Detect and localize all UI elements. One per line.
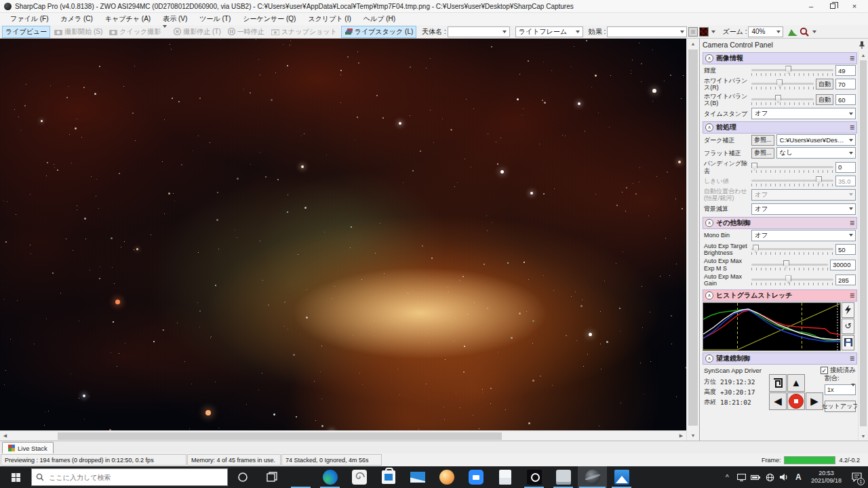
value-box[interactable]: 49 xyxy=(835,65,856,76)
setup-button[interactable]: セットアップ xyxy=(825,401,856,412)
auto-button[interactable]: 自動 xyxy=(816,94,833,105)
live-view-button[interactable]: ライブビュー xyxy=(2,26,50,38)
panel-scroll-thumb[interactable] xyxy=(860,60,867,426)
live-stack-button[interactable]: ライブスタック (L) xyxy=(341,26,417,38)
slider-輝度[interactable] xyxy=(751,65,833,76)
vertical-scrollbar[interactable]: ▲ ▼ xyxy=(686,39,698,441)
pin-icon[interactable] xyxy=(859,41,865,49)
scroll-up-icon[interactable]: ▲ xyxy=(859,51,868,60)
histogram-tool-icon[interactable] xyxy=(787,27,798,37)
dropdown-Mono Bin[interactable]: オフ xyxy=(751,230,856,241)
paint-taskbar-icon[interactable] xyxy=(432,466,461,488)
slew-left-button[interactable]: ◀ xyxy=(769,392,787,410)
section-menu-icon[interactable]: ≡ xyxy=(850,291,854,300)
capture-stop-button[interactable]: 撮影停止 (T) xyxy=(171,26,224,38)
cortana-icon[interactable] xyxy=(228,466,257,488)
section-header-その他制御[interactable]: ∧その他制御≡ xyxy=(703,217,857,229)
search-input[interactable] xyxy=(47,473,223,482)
histogram-display[interactable] xyxy=(703,302,841,351)
value-box[interactable]: 60 xyxy=(835,94,856,105)
section-menu-icon[interactable]: ≡ xyxy=(850,354,854,363)
dropdown-フラット補正[interactable]: なし xyxy=(776,147,856,159)
selection-area-button[interactable] xyxy=(688,27,698,37)
explorer-taskbar-icon[interactable] xyxy=(286,466,315,488)
minimize-button[interactable]: – xyxy=(800,0,822,13)
chevron-down-icon[interactable] xyxy=(811,30,818,33)
dropdown-タイムスタンプ[interactable]: オフ xyxy=(751,108,856,119)
ascom-taskbar-icon[interactable] xyxy=(549,466,578,488)
tray-network-icon[interactable] xyxy=(764,466,776,488)
menu-item-フ[interactable]: ファイル (F) xyxy=(4,13,54,25)
tray-clock[interactable]: 20:53 2021/09/18 xyxy=(806,470,846,485)
spiral-taskbar-icon[interactable] xyxy=(344,466,374,488)
slider-Auto Exp Max Gain[interactable] xyxy=(751,274,833,285)
menu-item-シ[interactable]: シーケンサー (Q) xyxy=(237,13,302,25)
object-name-select[interactable] xyxy=(448,26,510,37)
panel-scrollbar[interactable]: ▲ ▼ xyxy=(858,51,868,441)
menu-item-ヘ[interactable]: ヘルプ (H) xyxy=(357,13,401,25)
vertical-scroll-thumb[interactable] xyxy=(688,49,698,426)
close-button[interactable]: × xyxy=(844,0,865,13)
tray-display-icon[interactable] xyxy=(735,466,748,488)
menu-item-キ[interactable]: キャプチャ (A) xyxy=(99,13,157,25)
stop-slew-button[interactable] xyxy=(787,392,805,410)
spiral-search-button[interactable] xyxy=(769,374,787,392)
collapse-icon[interactable]: ∧ xyxy=(705,354,713,363)
scroll-up-icon[interactable]: ▲ xyxy=(687,39,699,49)
tray-battery-icon[interactable] xyxy=(749,466,762,488)
scroll-down-icon[interactable]: ▼ xyxy=(687,430,699,441)
menu-item-ツ[interactable]: ツール (T) xyxy=(193,13,237,25)
value-box[interactable]: 50 xyxy=(835,244,856,255)
snapshot-button[interactable]: スナップショット xyxy=(269,26,340,38)
collapse-icon[interactable]: ∧ xyxy=(705,54,713,62)
bad-pixel-map-button[interactable] xyxy=(699,27,709,37)
auto-button[interactable]: 自動 xyxy=(816,79,833,89)
section-header-望遠鏡制御[interactable]: ∧望遠鏡制御≡ xyxy=(703,352,857,365)
slew-right-button[interactable]: ▶ xyxy=(806,392,823,410)
taskbar-search[interactable] xyxy=(31,468,228,486)
chevron-down-icon[interactable] xyxy=(710,30,717,33)
slider-Auto Exp Max Exp M S[interactable] xyxy=(751,260,828,270)
value-box[interactable]: 30000 xyxy=(830,260,856,270)
mail-taskbar-icon[interactable] xyxy=(403,466,432,488)
connected-checkbox[interactable]: ✓ xyxy=(821,367,828,374)
menu-item-表[interactable]: 表示 (V) xyxy=(157,13,193,25)
collapse-icon[interactable]: ∧ xyxy=(705,123,713,131)
notes-taskbar-icon[interactable] xyxy=(490,466,519,488)
frame-type-select[interactable]: ライトフレーム xyxy=(515,26,583,37)
browse-button[interactable]: 参照... xyxy=(751,148,774,159)
section-menu-icon[interactable]: ≡ xyxy=(850,54,854,63)
sharpcap-taskbar-icon[interactable] xyxy=(578,466,607,488)
reset-stretch-button[interactable]: ↺ xyxy=(842,319,854,334)
slew-up-button[interactable]: ▲ xyxy=(787,374,805,392)
image-viewport[interactable] xyxy=(0,39,686,430)
section-menu-icon[interactable]: ≡ xyxy=(850,218,854,228)
tray-volume-icon[interactable] xyxy=(778,466,791,488)
tab-live-stack[interactable]: Live Stack xyxy=(2,442,54,453)
value-box[interactable]: 285 xyxy=(835,274,856,285)
section-header-画像情報[interactable]: ∧画像情報≡ xyxy=(703,52,857,64)
dropdown-背景減算[interactable]: オフ xyxy=(751,203,856,215)
section-header-ヒストグラムストレッチ[interactable]: ∧ヒストグラムストレッチ≡ xyxy=(703,289,857,302)
save-stretch-button[interactable] xyxy=(842,335,854,350)
scroll-right-icon[interactable]: ▶ xyxy=(676,431,686,441)
menu-item-カ[interactable]: カメラ (C) xyxy=(54,13,98,25)
rate-select[interactable]: 1x xyxy=(825,384,856,395)
tray-chevron-up-icon[interactable]: ^ xyxy=(721,466,734,488)
slider-しきい値[interactable] xyxy=(751,176,833,186)
value-box[interactable]: 35.0 xyxy=(835,176,856,186)
slider-Auto Exp Target Brightness[interactable] xyxy=(751,244,833,255)
dropdown-自動位置合わせ[interactable]: オフ xyxy=(751,189,856,201)
dropdown-ダーク補正[interactable]: C:¥Users¥user¥Deskto… xyxy=(776,134,856,146)
capture-start-button[interactable]: 撮影開始 (S) xyxy=(52,26,105,38)
horizontal-scroll-thumb[interactable] xyxy=(58,432,502,440)
effects-select[interactable] xyxy=(607,26,687,37)
slider-ホワイトバランス(B)[interactable] xyxy=(751,94,814,105)
slider-バンディング除去[interactable] xyxy=(751,162,833,173)
zoom-select[interactable]: 40% xyxy=(748,26,783,37)
tray-ime-indicator[interactable]: A xyxy=(792,466,805,488)
value-box[interactable]: 70 xyxy=(835,79,856,89)
astro-taskbar-icon[interactable] xyxy=(519,466,549,488)
slider-ホワイトバランス(R)[interactable] xyxy=(751,79,814,89)
value-box[interactable]: 0 xyxy=(835,162,856,173)
